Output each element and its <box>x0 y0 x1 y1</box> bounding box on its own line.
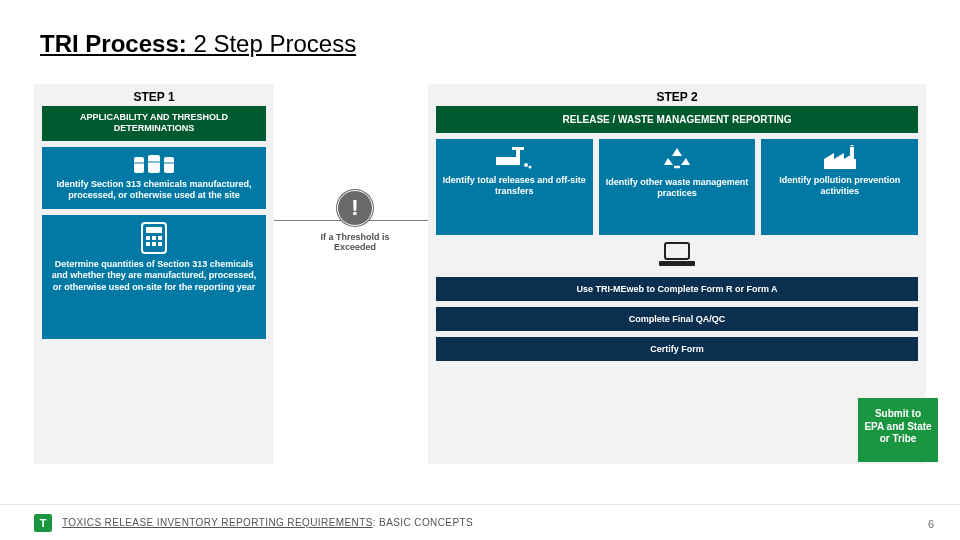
step1-box-identify-chemicals: Identify Section 313 chemicals manufactu… <box>42 147 266 210</box>
barrels-icon <box>48 153 260 175</box>
step1-box2-text: Determine quantities of Section 313 chem… <box>48 259 260 293</box>
calculator-icon <box>48 221 260 255</box>
step2-navy-qaqc: Complete Final QA/QC <box>436 307 918 331</box>
exclamation-icon: ! <box>337 190 373 226</box>
step2-boxC-text: Identify pollution prevention activities <box>767 175 912 198</box>
step2-navy-tri-meweb: Use TRI-MEweb to Complete Form R or Form… <box>436 277 918 301</box>
step1-header: APPLICABILITY AND THRESHOLD DETERMINATIO… <box>42 106 266 141</box>
svg-rect-12 <box>152 242 156 246</box>
panel-step-1: STEP 1 APPLICABILITY AND THRESHOLD DETER… <box>34 84 274 464</box>
step1-label: STEP 1 <box>34 84 274 106</box>
laptop-icon <box>428 241 926 275</box>
step2-navy-certify: Certify Form <box>436 337 918 361</box>
svg-rect-1 <box>148 155 160 173</box>
step2-header: RELEASE / WASTE MANAGEMENT REPORTING <box>436 106 918 133</box>
step2-boxB-text: Identify other waste management practice… <box>605 177 750 200</box>
step2-box-releases: Identify total releases and off-site tra… <box>436 139 593 235</box>
svg-marker-21 <box>834 153 844 159</box>
svg-rect-11 <box>146 242 150 246</box>
title-bold: TRI Process: <box>40 30 187 57</box>
svg-point-18 <box>529 166 532 169</box>
recycle-icon <box>662 145 692 173</box>
svg-rect-25 <box>665 243 689 259</box>
svg-rect-26 <box>659 261 695 266</box>
svg-rect-9 <box>152 236 156 240</box>
page-number: 6 <box>928 518 934 530</box>
submit-box: Submit to EPA and State or Tribe <box>858 398 938 462</box>
factory-icon <box>822 145 858 171</box>
svg-rect-10 <box>158 236 162 240</box>
step1-box1-text: Identify Section 313 chemicals manufactu… <box>48 179 260 202</box>
slide-title: TRI Process: 2 Step Process <box>40 30 356 58</box>
svg-rect-13 <box>158 242 162 246</box>
step1-box-determine-quantities: Determine quantities of Section 313 chem… <box>42 215 266 339</box>
panel-step-2: STEP 2 RELEASE / WASTE MANAGEMENT REPORT… <box>428 84 926 464</box>
footer: T TOXICS RELEASE INVENTORY REPORTING REQ… <box>0 504 960 540</box>
title-rest: 2 Step Process <box>187 30 356 57</box>
submit-text: Submit to EPA and State or Tribe <box>864 408 931 444</box>
svg-rect-16 <box>512 147 524 150</box>
svg-rect-7 <box>146 227 162 233</box>
footer-logo-icon: T <box>34 514 52 532</box>
svg-point-17 <box>524 163 528 167</box>
svg-rect-15 <box>516 149 520 159</box>
footer-text: TOXICS RELEASE INVENTORY REPORTING REQUI… <box>62 517 473 528</box>
svg-rect-19 <box>824 159 856 169</box>
threshold-text: If a Threshold is Exceeded <box>300 232 410 252</box>
threshold-note: ! If a Threshold is Exceeded <box>300 190 410 252</box>
svg-rect-8 <box>146 236 150 240</box>
step2-trio: Identify total releases and off-site tra… <box>436 139 918 235</box>
svg-rect-23 <box>850 147 854 155</box>
step2-box-pollution-prevention: Identify pollution prevention activities <box>761 139 918 235</box>
pipe-valve-icon <box>494 145 534 171</box>
step2-label: STEP 2 <box>428 84 926 106</box>
step2-boxA-text: Identify total releases and off-site tra… <box>442 175 587 198</box>
step2-box-waste-mgmt: Identify other waste management practice… <box>599 139 756 235</box>
svg-rect-0 <box>134 157 144 173</box>
footer-underlined: TOXICS RELEASE INVENTORY REPORTING REQUI… <box>62 517 373 528</box>
footer-tail: : BASIC CONCEPTS <box>373 517 473 528</box>
svg-rect-2 <box>164 157 174 173</box>
svg-point-24 <box>850 145 853 147</box>
svg-marker-20 <box>824 153 834 159</box>
